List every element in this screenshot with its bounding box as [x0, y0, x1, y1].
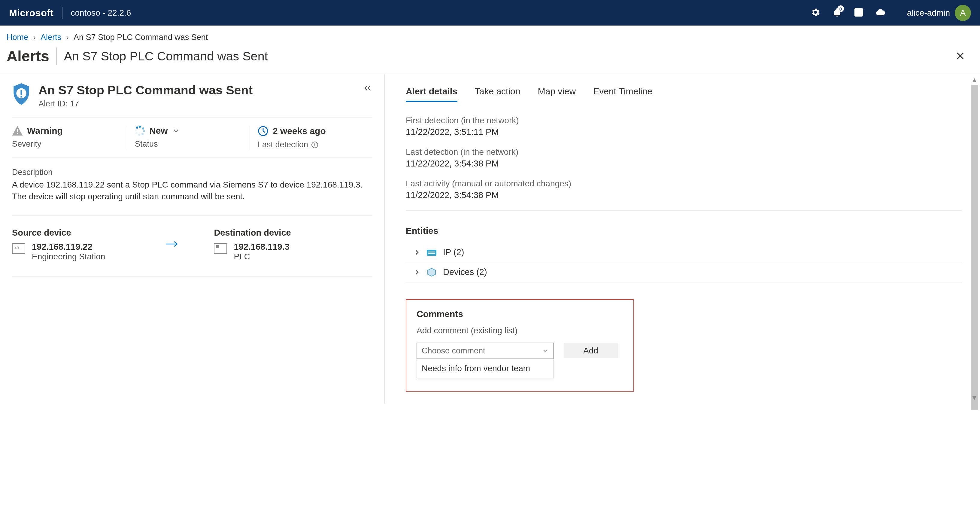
notifications-icon[interactable]: 0: [832, 7, 842, 18]
devices-icon: [426, 268, 437, 277]
avatar[interactable]: A: [955, 5, 971, 21]
svg-rect-3: [21, 90, 22, 95]
collapse-left-icon[interactable]: [363, 83, 372, 94]
notification-count-badge: 0: [837, 5, 844, 12]
tab-take-action[interactable]: Take action: [475, 86, 520, 102]
shield-icon: [12, 83, 31, 105]
comment-combobox[interactable]: Choose comment: [417, 343, 554, 359]
last-detection-label: Last detection (in the network): [406, 147, 962, 157]
chevron-right-icon: [414, 249, 420, 256]
alert-id: Alert ID: 17: [38, 99, 253, 108]
destination-device-type: PLC: [234, 252, 289, 261]
tab-list: Alert details Take action Map view Event…: [406, 86, 962, 102]
plc-icon: [214, 243, 227, 254]
entity-ip-row[interactable]: IP (2): [406, 242, 962, 262]
entity-devices-row[interactable]: Devices (2): [406, 262, 962, 282]
chevron-right-icon: ›: [66, 33, 69, 42]
source-device-type: Engineering Station: [32, 252, 105, 261]
tenant-label: contoso - 22.2.6: [62, 8, 131, 18]
svg-rect-12: [427, 250, 436, 256]
last-activity-value: 11/22/2022, 3:54:38 PM: [406, 190, 962, 200]
chevron-down-icon[interactable]: [172, 127, 180, 135]
topbar: Microsoft contoso - 22.2.6 0 alice-admin…: [0, 0, 980, 26]
svg-rect-5: [17, 129, 18, 132]
last-detection-value: 2 weeks ago: [273, 126, 326, 136]
description-text: A device 192.168.119.22 sent a Stop PLC …: [12, 179, 366, 202]
severity-label: Severity: [12, 139, 119, 149]
comments-heading: Comments: [417, 309, 623, 319]
comments-section: Comments Add comment (existing list) Cho…: [406, 299, 634, 392]
scroll-down-icon[interactable]: ▼: [971, 394, 978, 402]
chevron-right-icon: ›: [33, 33, 36, 42]
svg-point-10: [315, 143, 315, 143]
comment-placeholder: Choose comment: [422, 346, 485, 355]
last-detection-value: 11/22/2022, 3:54:38 PM: [406, 159, 962, 169]
arrow-right-icon: [165, 240, 178, 249]
settings-icon[interactable]: [810, 7, 821, 18]
breadcrumb: Home › Alerts › An S7 Stop PLC Command w…: [0, 26, 980, 48]
breadcrumb-home[interactable]: Home: [6, 33, 28, 42]
breadcrumb-current: An S7 Stop PLC Command was Sent: [73, 33, 208, 42]
clock-icon: [258, 126, 269, 136]
description-label: Description: [12, 168, 372, 177]
engineering-station-icon: </>: [12, 243, 25, 254]
spinner-icon: [135, 126, 145, 136]
svg-rect-13: [428, 252, 435, 252]
first-detection-label: First detection (in the network): [406, 116, 962, 125]
source-device-ip[interactable]: 192.168.119.22: [32, 242, 105, 252]
last-detection-label: Last detection: [258, 140, 308, 149]
close-icon[interactable]: ✕: [955, 49, 965, 63]
breadcrumb-alerts[interactable]: Alerts: [41, 33, 61, 42]
status-label: Status: [135, 139, 242, 149]
scrollbar-thumb[interactable]: [971, 85, 978, 410]
svg-rect-14: [428, 253, 435, 254]
scroll-up-icon[interactable]: ▲: [971, 76, 978, 84]
severity-value: Warning: [27, 126, 63, 136]
svg-rect-6: [17, 133, 18, 134]
page-subtitle: An S7 Stop PLC Command was Sent: [64, 49, 268, 64]
warning-icon: [12, 126, 23, 135]
cloud-icon[interactable]: [875, 7, 885, 18]
status-value: New: [149, 126, 168, 136]
comment-option[interactable]: Needs info from vendor team: [417, 359, 554, 378]
svg-rect-4: [21, 96, 22, 97]
chevron-down-icon: [542, 347, 549, 354]
last-activity-label: Last activity (manual or automated chang…: [406, 179, 962, 188]
brand-logo: Microsoft: [9, 7, 62, 19]
source-device-heading: Source device: [12, 228, 105, 238]
tab-alert-details[interactable]: Alert details: [406, 86, 457, 102]
alert-title: An S7 Stop PLC Command was Sent: [38, 83, 253, 97]
add-comment-button[interactable]: Add: [564, 343, 618, 358]
user-name[interactable]: alice-admin: [907, 8, 950, 18]
info-icon[interactable]: [311, 141, 318, 148]
tab-event-timeline[interactable]: Event Timeline: [593, 86, 652, 102]
tab-map-view[interactable]: Map view: [538, 86, 576, 102]
first-detection-value: 11/22/2022, 3:51:11 PM: [406, 127, 962, 137]
add-comment-label: Add comment (existing list): [417, 326, 623, 335]
left-pane: An S7 Stop PLC Command was Sent Alert ID…: [0, 74, 385, 403]
ip-icon: [426, 248, 437, 257]
destination-device-heading: Destination device: [214, 228, 291, 238]
guide-icon[interactable]: [854, 7, 864, 18]
chevron-right-icon: [414, 269, 420, 276]
destination-device-ip[interactable]: 192.168.119.3: [234, 242, 289, 252]
entities-heading: Entities: [406, 226, 962, 236]
entity-ip-label: IP (2): [443, 247, 464, 257]
entity-devices-label: Devices (2): [443, 267, 487, 277]
page-title: Alerts: [6, 48, 57, 65]
right-pane: ▲ ▼ Alert details Take action Map view E…: [385, 74, 980, 403]
